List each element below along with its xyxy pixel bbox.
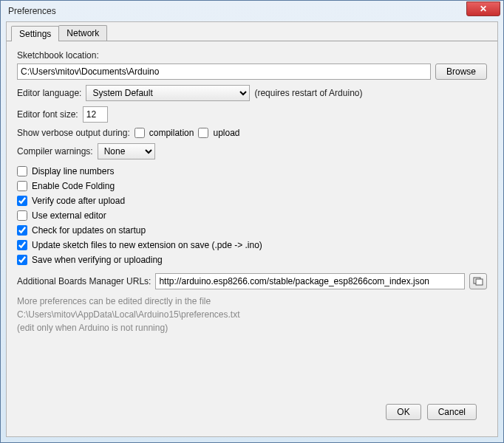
language-hint: (requires restart of Arduino) [254,88,362,98]
note-line3: (edit only when Arduino is not running) [17,323,487,333]
language-row: Editor language: System Default (require… [17,85,487,101]
tab-network[interactable]: Network [58,25,107,41]
update-sketch-checkbox[interactable] [17,240,27,250]
sketchbook-label: Sketchbook location: [17,50,487,61]
language-select[interactable]: System Default [86,85,250,101]
update-sketch-label: Update sketch files to new extension on … [32,240,262,250]
warnings-label: Compiler warnings: [17,146,93,157]
verify-upload-checkbox[interactable] [17,196,27,206]
window-icon [473,277,483,286]
boards-expand-button[interactable] [469,273,487,289]
verify-upload-label: Verify code after upload [32,196,125,206]
warnings-select[interactable]: None [98,143,155,159]
code-folding-checkbox[interactable] [17,181,27,191]
close-button[interactable]: ✕ [466,1,500,16]
sketchbook-input[interactable] [17,63,431,80]
tab-settings[interactable]: Settings [11,26,59,41]
dialog-footer: OK Cancel [17,396,487,427]
fontsize-label: Editor font size: [17,109,78,120]
check-updates-label: Check for updates on startup [32,225,146,236]
close-icon: ✕ [480,4,487,14]
check-updates-checkbox[interactable] [17,225,27,236]
line-numbers-checkbox[interactable] [17,166,27,176]
notes-block: More preferences can be edited directly … [17,296,487,333]
save-verify-checkbox[interactable] [17,255,27,265]
fontsize-input[interactable] [83,106,108,123]
note-line1: More preferences can be edited directly … [17,296,487,306]
compilation-label: compilation [149,128,194,138]
svg-rect-1 [476,279,483,285]
compilation-checkbox[interactable] [134,128,145,138]
line-numbers-label: Display line numbers [32,166,114,176]
content-area: Settings Network Sketchbook location: Br… [6,21,498,437]
settings-panel: Sketchbook location: Browse Editor langu… [7,41,497,436]
code-folding-label: Enable Code Folding [32,181,115,191]
fontsize-row: Editor font size: [17,106,487,123]
external-editor-label: Use external editor [32,210,106,221]
cancel-button[interactable]: Cancel [427,404,477,420]
browse-button[interactable]: Browse [435,63,487,80]
note-line2: C:\Users\mitov\AppData\Local\Arduino15\p… [17,309,487,320]
ok-button[interactable]: OK [386,404,420,420]
tab-strip: Settings Network [7,25,497,41]
external-editor-checkbox[interactable] [17,210,27,221]
upload-checkbox[interactable] [198,128,208,138]
verbose-row: Show verbose output during: compilation … [17,128,487,138]
window-title: Preferences [8,6,466,16]
language-label: Editor language: [17,88,81,98]
preferences-window: Preferences ✕ Settings Network Sketchboo… [0,0,504,443]
options-list: Display line numbers Enable Code Folding… [17,166,487,265]
boards-label: Additional Boards Manager URLs: [17,276,151,286]
upload-label: upload [213,128,239,138]
boards-input[interactable] [155,273,465,289]
sketchbook-location-group: Sketchbook location: Browse [17,50,487,80]
save-verify-label: Save when verifying or uploading [32,255,163,265]
boards-row: Additional Boards Manager URLs: [17,273,487,289]
warnings-row: Compiler warnings: None [17,143,487,159]
verbose-label: Show verbose output during: [17,128,130,138]
titlebar: Preferences ✕ [1,1,503,21]
